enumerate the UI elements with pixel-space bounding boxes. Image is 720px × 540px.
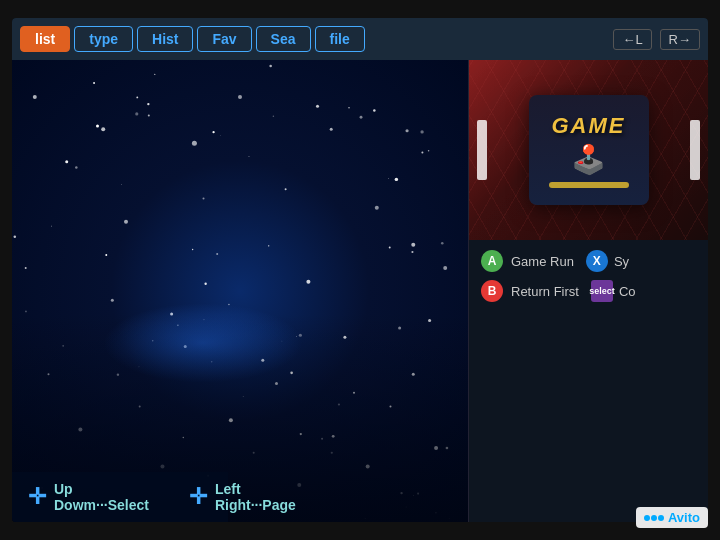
svg-point-86: [105, 254, 107, 256]
svg-point-81: [192, 249, 193, 250]
control-x: X Sy: [586, 250, 629, 272]
svg-point-2: [93, 82, 95, 84]
svg-point-36: [101, 127, 105, 131]
svg-point-6: [192, 141, 197, 146]
svg-point-39: [411, 243, 415, 247]
svg-point-38: [316, 105, 319, 108]
svg-point-0: [33, 95, 37, 99]
updown-control: ✛ Up Dowm···Select: [28, 481, 149, 513]
svg-point-44: [75, 166, 77, 168]
thumbnail-right-bar: [690, 120, 700, 180]
game-card-bar: [549, 182, 629, 188]
btn-a-label: Game Run: [511, 254, 574, 269]
game-title: GAME: [552, 113, 626, 139]
thumbnail-left-bar: [477, 120, 487, 180]
tab-file[interactable]: file: [315, 26, 365, 52]
btn-x-label: Sy: [614, 254, 629, 269]
btn-b-label: Return First: [511, 284, 579, 299]
svg-point-97: [212, 131, 214, 133]
avito-badge: Avito: [636, 507, 708, 528]
svg-point-17: [443, 266, 447, 270]
svg-point-74: [220, 135, 221, 136]
game-icon: 🕹️: [571, 143, 606, 176]
svg-point-91: [204, 283, 206, 285]
content-area: ✛ Up Dowm···Select ✛ Left Right···Page G…: [12, 60, 708, 522]
svg-point-59: [248, 156, 249, 157]
svg-point-67: [136, 96, 138, 98]
svg-point-57: [420, 130, 423, 133]
main-screen: list type Hist Fav Sea file ←L R→ ✛ Up D…: [12, 18, 708, 522]
svg-point-4: [148, 114, 150, 116]
svg-point-7: [216, 253, 218, 255]
dpad-updown-icon: ✛: [28, 484, 46, 510]
svg-point-20: [111, 299, 114, 302]
svg-point-60: [373, 109, 376, 112]
leftright-control: ✛ Left Right···Page: [189, 481, 296, 513]
svg-point-37: [203, 198, 205, 200]
tab-fav[interactable]: Fav: [197, 26, 251, 52]
btn-select-label: Co: [619, 284, 636, 299]
svg-point-92: [348, 107, 350, 109]
control-a: A Game Run: [481, 250, 574, 272]
svg-point-3: [124, 220, 128, 224]
svg-point-61: [389, 246, 391, 248]
svg-point-96: [121, 184, 122, 185]
svg-point-88: [388, 178, 389, 179]
svg-point-16: [421, 151, 423, 153]
svg-point-35: [25, 267, 27, 269]
svg-point-11: [306, 280, 310, 284]
nav-right-button[interactable]: R→: [660, 29, 700, 50]
svg-point-42: [96, 125, 99, 128]
svg-point-66: [154, 74, 155, 75]
nav-arrows: ←L R→: [613, 29, 700, 50]
svg-point-62: [14, 236, 16, 238]
right-panel: GAME 🕹️ A Game Run X Sy: [468, 60, 708, 522]
btn-b-badge: B: [481, 280, 503, 302]
tab-bar: list type Hist Fav Sea file ←L R→: [12, 18, 708, 60]
avito-label: Avito: [668, 510, 700, 525]
svg-point-50: [411, 251, 413, 253]
left-panel: ✛ Up Dowm···Select ✛ Left Right···Page: [12, 60, 468, 522]
svg-point-84: [147, 103, 149, 105]
btn-select-badge: select: [591, 280, 613, 302]
svg-point-95: [269, 65, 272, 68]
tab-list[interactable]: list: [20, 26, 70, 52]
dpad-leftright-icon: ✛: [189, 484, 207, 510]
svg-point-14: [375, 206, 379, 210]
svg-point-72: [441, 242, 444, 245]
svg-point-40: [135, 112, 138, 115]
svg-point-73: [360, 116, 363, 119]
controls-row-2: B Return First select Co: [481, 280, 696, 302]
svg-point-1: [65, 160, 68, 163]
tab-type[interactable]: type: [74, 26, 133, 52]
avito-dots-icon: [644, 515, 664, 521]
svg-point-8: [238, 95, 242, 99]
control-b: B Return First: [481, 280, 579, 302]
game-card: GAME 🕹️: [529, 95, 649, 205]
svg-point-45: [25, 311, 27, 313]
btn-a-badge: A: [481, 250, 503, 272]
svg-point-52: [273, 116, 274, 117]
svg-point-76: [51, 226, 52, 227]
svg-point-12: [330, 128, 333, 131]
nav-left-button[interactable]: ←L: [613, 29, 651, 50]
svg-point-48: [405, 129, 408, 132]
controls-info: A Game Run X Sy B Return First select: [469, 240, 708, 522]
leftright-label: Left Right···Page: [215, 481, 296, 513]
control-select: select Co: [591, 280, 636, 302]
updown-label: Up Dowm···Select: [54, 481, 149, 513]
tab-hist[interactable]: Hist: [137, 26, 193, 52]
btn-x-badge: X: [586, 250, 608, 272]
controls-row-1: A Game Run X Sy: [481, 250, 696, 272]
game-thumbnail: GAME 🕹️: [469, 60, 708, 240]
svg-point-10: [285, 188, 287, 190]
bottom-bar: ✛ Up Dowm···Select ✛ Left Right···Page: [12, 472, 228, 522]
svg-point-55: [395, 178, 398, 181]
svg-point-68: [268, 245, 269, 246]
tab-sea[interactable]: Sea: [256, 26, 311, 52]
svg-point-99: [428, 150, 430, 152]
